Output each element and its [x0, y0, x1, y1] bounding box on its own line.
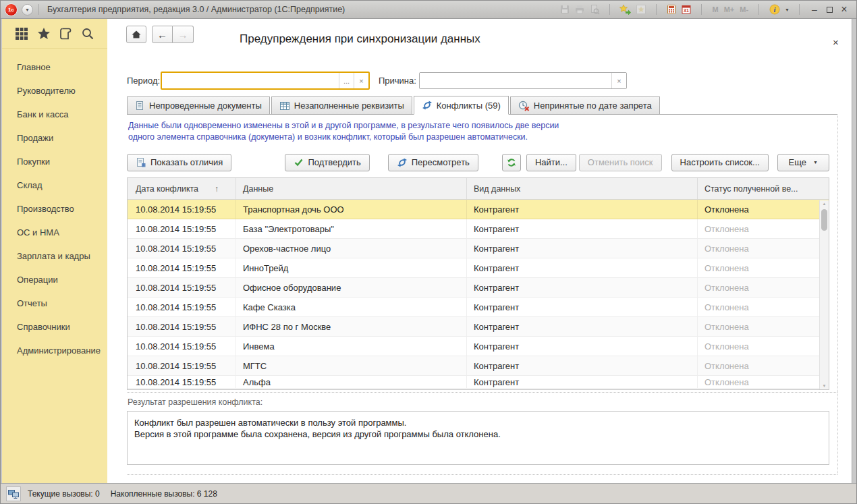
form-close-icon[interactable]: × — [833, 36, 839, 48]
splitter-dashed-line[interactable] — [127, 392, 837, 393]
period-clear-button[interactable]: × — [354, 73, 368, 88]
confirm-button[interactable]: Подтвердить — [285, 154, 369, 171]
info-dropdown-icon[interactable]: ▼ — [785, 7, 790, 12]
app-window: 1с ▼ Бухгалтерия предприятия, редакция 3… — [0, 0, 857, 504]
cell-status: Отклонена — [698, 219, 829, 238]
back-button[interactable]: ← — [152, 26, 173, 43]
sidebar-item-zarplata-i-kadry[interactable]: Зарплата и кадры — [2, 244, 107, 268]
scroll-up-icon[interactable]: ▲ — [820, 202, 829, 206]
table-row[interactable]: 10.08.2014 15:19:55 Альфа Контрагент Отк… — [128, 376, 829, 389]
table-row[interactable]: 10.08.2014 15:19:55 База "Электротовары"… — [128, 219, 829, 239]
minimize-button[interactable]: – — [809, 4, 820, 15]
period-field-group: ... × — [161, 72, 370, 90]
search-icon[interactable] — [80, 26, 95, 41]
period-input[interactable] — [162, 73, 339, 88]
column-header-status[interactable]: Статус полученной ве... — [698, 178, 829, 199]
add-favorite-icon[interactable] — [619, 4, 632, 15]
tab-neprinyatye-po-date-zapreta[interactable]: Непринятые по дате запрета — [510, 96, 660, 114]
table-row[interactable]: 10.08.2014 15:19:55 Транспортная дочь ОО… — [128, 200, 829, 219]
cell-date: 10.08.2014 15:19:55 — [128, 200, 236, 219]
cell-data: Орехов-частное лицо — [236, 239, 467, 258]
sidebar-item-otchety[interactable]: Отчеты — [2, 291, 107, 315]
cell-date: 10.08.2014 15:19:55 — [128, 337, 236, 356]
button-label: Показать отличия — [150, 157, 223, 167]
cell-kind: Контрагент — [467, 356, 698, 375]
reason-input[interactable] — [420, 73, 611, 88]
review-button[interactable]: Пересмотреть — [388, 154, 478, 171]
cell-status: Отклонена — [698, 337, 829, 356]
window-title: Бухгалтерия предприятия, редакция 3.0 / … — [47, 5, 345, 14]
reason-field-group: × — [419, 72, 627, 89]
cell-data: Альфа — [236, 376, 467, 388]
more-button[interactable]: Еще ▼ — [777, 154, 829, 171]
home-icon — [131, 29, 142, 40]
calculator-icon[interactable] — [666, 4, 677, 15]
reason-clear-button[interactable]: × — [611, 73, 626, 88]
tab-label: Непринятые по дате запрета — [534, 101, 652, 111]
refresh-button[interactable] — [502, 154, 521, 171]
result-label: Результат разрешения конфликта: — [128, 397, 262, 407]
cell-status: Отклонена — [698, 258, 829, 277]
result-textbox[interactable]: Конфликт был разрешен автоматически в по… — [127, 411, 829, 465]
sidebar-item-operatsii[interactable]: Операции — [2, 268, 107, 291]
table-scrollbar[interactable]: ▲ ▼ — [819, 200, 829, 389]
cell-data: Инвема — [236, 337, 467, 356]
configure-list-button[interactable]: Настроить список... — [671, 154, 769, 171]
cell-date: 10.08.2014 15:19:55 — [128, 298, 236, 316]
forward-button[interactable]: → — [173, 26, 194, 43]
column-header-data[interactable]: Данные — [236, 178, 467, 199]
table-row[interactable]: 10.08.2014 15:19:55 Кафе Сказка Контраге… — [128, 298, 829, 317]
table-header: Дата конфликта ↑ Данные Вид данных Стату… — [128, 178, 829, 200]
table-row[interactable]: 10.08.2014 15:19:55 ИнноТрейд Контрагент… — [128, 258, 829, 278]
sidebar-item-sklad[interactable]: Склад — [2, 173, 107, 197]
show-differences-button[interactable]: Показать отличия — [127, 154, 231, 171]
table-row[interactable]: 10.08.2014 15:19:55 МГТС Контрагент Откл… — [128, 356, 829, 376]
sidebar-item-pokupki[interactable]: Покупки — [2, 150, 107, 173]
1c-logo-icon[interactable]: 1с — [5, 3, 18, 16]
close-button[interactable]: × — [839, 4, 850, 15]
favorites-icon — [636, 4, 646, 15]
table-row[interactable]: 10.08.2014 15:19:55 Инвема Контрагент От… — [128, 337, 829, 356]
tab-konflikty[interactable]: Конфликты (59) — [414, 96, 509, 115]
tab-nezapolnennye-rekvizity[interactable]: Незаполненные реквизиты — [271, 96, 412, 114]
cell-kind: Контрагент — [467, 376, 698, 388]
cell-status: Отклонена — [698, 239, 829, 258]
splitter-dashed-line[interactable] — [127, 474, 837, 475]
sidebar-item-administrirovanie[interactable]: Администрирование — [2, 339, 107, 362]
calendar-icon[interactable]: 31 — [681, 4, 692, 15]
titlebar-separator — [38, 4, 39, 15]
table-row[interactable]: 10.08.2014 15:19:55 Офисное оборудование… — [128, 278, 829, 298]
cell-kind: Контрагент — [467, 337, 698, 356]
find-button[interactable]: Найти... — [526, 154, 576, 171]
sidebar-item-prodazhi[interactable]: Продажи — [2, 126, 107, 150]
favorites-star-icon[interactable] — [36, 26, 51, 41]
cell-status: Отклонена — [698, 278, 829, 297]
home-button[interactable] — [126, 26, 146, 43]
cell-kind: Контрагент — [467, 298, 698, 316]
column-header-kind[interactable]: Вид данных — [467, 178, 698, 199]
sidebar-item-spravochniki[interactable]: Справочники — [2, 315, 107, 339]
tab-neprovedennye-dokumenty[interactable]: Непроведенные документы — [127, 96, 270, 114]
cell-date: 10.08.2014 15:19:55 — [128, 376, 236, 388]
save-icon — [559, 4, 570, 15]
table-icon — [279, 101, 290, 111]
history-icon[interactable] — [58, 26, 73, 41]
scrollbar-thumb[interactable] — [821, 209, 827, 231]
maximize-button[interactable] — [824, 4, 835, 15]
table-row[interactable]: 10.08.2014 15:19:55 Орехов-частное лицо … — [128, 239, 829, 258]
sidebar-item-rukovoditelyu[interactable]: Руководителю — [2, 79, 107, 103]
period-ellipsis-button[interactable]: ... — [339, 73, 354, 88]
table-row[interactable]: 10.08.2014 15:19:55 ИФНС 28 по г Москве … — [128, 317, 829, 337]
main-menu-dropdown-icon[interactable]: ▼ — [22, 4, 33, 16]
sidebar-item-proizvodstvo[interactable]: Производство — [2, 197, 107, 221]
info-icon[interactable]: i — [769, 3, 781, 16]
sidebar-item-glavnoe[interactable]: Главное — [2, 55, 107, 79]
sections-menu-icon[interactable] — [14, 26, 29, 41]
titlebar-separator — [656, 4, 657, 15]
current-calls-text: Текущие вызовы: 0 — [28, 489, 100, 499]
column-header-date[interactable]: Дата конфликта ↑ — [128, 178, 236, 199]
sidebar-item-os-i-nma[interactable]: ОС и НМА — [2, 221, 107, 244]
scroll-down-icon[interactable]: ▼ — [820, 384, 829, 388]
server-calls-icon[interactable] — [6, 486, 21, 501]
sidebar-item-bank-i-kassa[interactable]: Банк и касса — [2, 103, 107, 126]
